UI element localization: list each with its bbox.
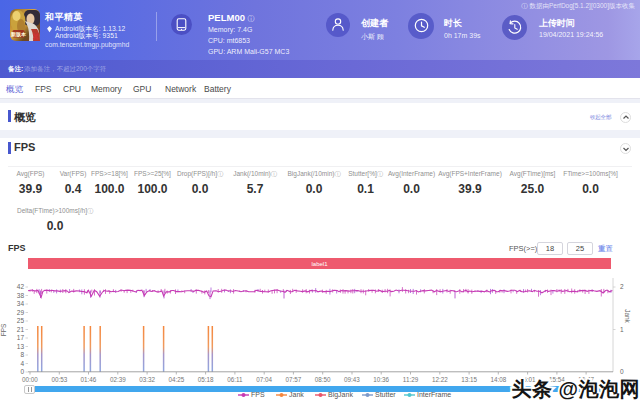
svg-text:头条 @泡泡网: 头条 @泡泡网 [511,378,640,400]
